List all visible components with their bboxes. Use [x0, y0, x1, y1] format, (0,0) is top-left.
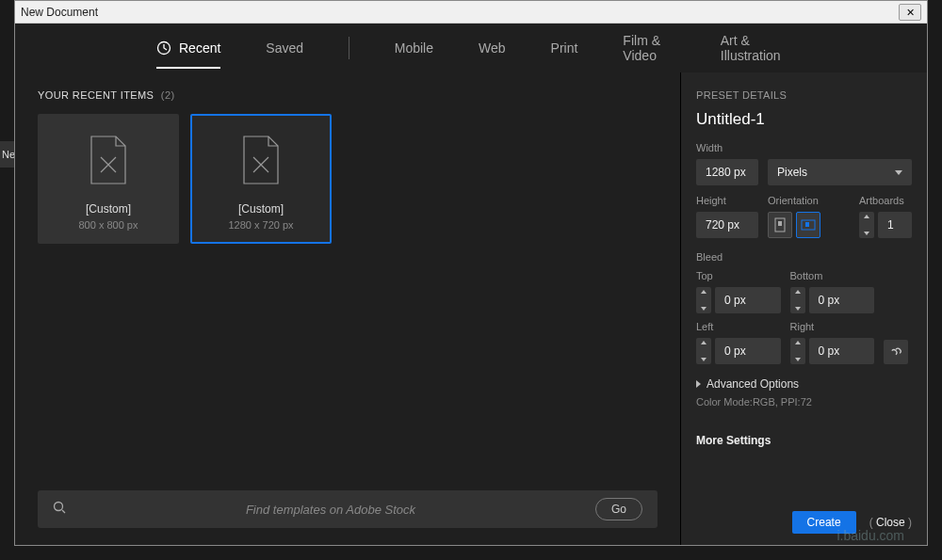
tab-film-video[interactable]: Film & Video — [623, 33, 674, 63]
bleed-right-stepper[interactable] — [790, 338, 805, 364]
gallery-count: (2) — [161, 89, 175, 101]
gallery-header: YOUR RECENT ITEMS (2) — [38, 89, 658, 101]
more-settings-button[interactable]: More Settings — [696, 434, 912, 447]
document-name-field[interactable]: Untitled-1 — [696, 110, 912, 129]
preset-gallery: YOUR RECENT ITEMS (2) [Custom] 800 x 800… — [15, 72, 680, 545]
bleed-label: Bleed — [696, 251, 912, 263]
gallery-header-text: YOUR RECENT ITEMS — [38, 89, 154, 101]
orientation-portrait-button[interactable] — [768, 212, 792, 238]
template-search-bar: Go — [38, 490, 658, 528]
units-select[interactable]: Pixels — [768, 159, 912, 185]
height-input[interactable]: 720 px — [696, 212, 758, 238]
go-button[interactable]: Go — [595, 498, 642, 520]
chevron-right-icon — [696, 380, 701, 388]
bleed-right-input[interactable]: 0 px — [809, 338, 875, 364]
tab-web[interactable]: Web — [479, 40, 506, 56]
preset-card-dimensions: 800 x 800 px — [79, 219, 138, 231]
window-titlebar: New Document ✕ — [15, 1, 927, 24]
tab-print[interactable]: Print — [551, 40, 578, 56]
artboards-input[interactable]: 1 — [878, 212, 912, 238]
bleed-top-label: Top — [696, 270, 781, 281]
chevron-down-icon — [895, 170, 902, 175]
tab-art-illustration[interactable]: Art & Illustration — [721, 33, 786, 63]
bleed-top-stepper[interactable] — [696, 287, 711, 313]
new-document-window: New Document ✕ Recent Saved Mobile Web P… — [14, 0, 928, 546]
create-button[interactable]: Create — [792, 511, 856, 534]
bleed-left-stepper[interactable] — [696, 338, 711, 364]
preset-details-panel: PRESET DETAILS Untitled-1 Width 1280 px … — [680, 72, 927, 545]
units-value: Pixels — [777, 166, 807, 179]
bleed-bottom-input[interactable]: 0 px — [809, 287, 875, 313]
preset-card-label: [Custom] — [238, 202, 284, 216]
orientation-label: Orientation — [768, 195, 820, 206]
advanced-options-label: Advanced Options — [706, 377, 799, 391]
search-input[interactable] — [77, 503, 584, 517]
artboards-label: Artboards — [859, 195, 912, 206]
color-mode-summary: Color Mode:RGB, PPI:72 — [696, 396, 912, 408]
link-bleed-icon[interactable] — [884, 340, 908, 364]
tab-saved[interactable]: Saved — [266, 40, 303, 56]
orientation-landscape-button[interactable] — [796, 212, 820, 238]
svg-point-1 — [55, 503, 63, 511]
preset-card[interactable]: [Custom] 800 x 800 px — [38, 114, 179, 244]
bleed-right-label: Right — [790, 321, 875, 332]
bleed-top-input[interactable]: 0 px — [715, 287, 781, 313]
category-tabs: Recent Saved Mobile Web Print Film & Vid… — [15, 24, 927, 72]
tab-mobile[interactable]: Mobile — [395, 40, 433, 56]
width-label: Width — [696, 142, 912, 153]
panel-heading: PRESET DETAILS — [696, 89, 912, 101]
search-icon — [53, 501, 66, 518]
artboards-stepper[interactable] — [859, 212, 874, 238]
preset-card-dimensions: 1280 x 720 px — [228, 219, 293, 231]
close-button[interactable]: Close — [869, 516, 912, 529]
window-close-button[interactable]: ✕ — [899, 4, 921, 21]
window-title: New Document — [21, 6, 98, 19]
document-icon — [240, 135, 282, 185]
tab-recent[interactable]: Recent — [156, 40, 220, 56]
bleed-left-label: Left — [696, 321, 781, 332]
recent-icon — [156, 40, 171, 56]
preset-card-label: [Custom] — [86, 202, 131, 216]
advanced-options-toggle[interactable]: Advanced Options — [696, 377, 912, 391]
bleed-left-input[interactable]: 0 px — [715, 338, 781, 364]
height-label: Height — [696, 195, 758, 206]
tab-recent-label: Recent — [179, 40, 220, 56]
bleed-bottom-stepper[interactable] — [790, 287, 805, 313]
width-input[interactable]: 1280 px — [696, 159, 758, 185]
preset-card[interactable]: [Custom] 1280 x 720 px — [190, 114, 332, 244]
tab-divider — [349, 37, 349, 59]
svg-rect-3 — [778, 221, 782, 226]
bleed-bottom-label: Bottom — [790, 270, 875, 281]
svg-rect-5 — [805, 222, 809, 227]
document-icon — [88, 135, 129, 185]
